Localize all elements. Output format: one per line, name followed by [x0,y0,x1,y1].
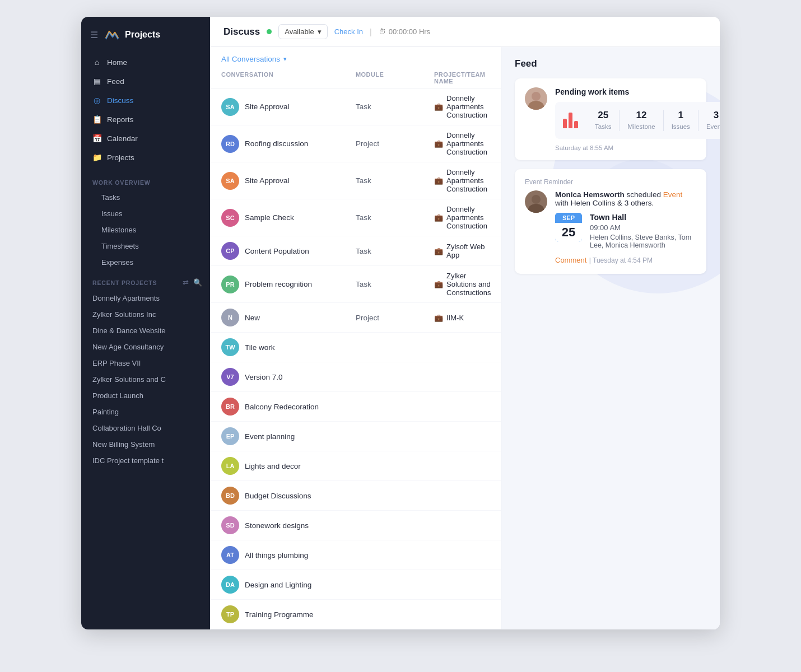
table-row[interactable]: TPTraining Programme [210,600,501,629]
conv-project: 💼Donnelly Apartments Construction [434,168,490,193]
filter-icon[interactable]: ⇄ [183,278,189,287]
sidebar-item-discuss[interactable]: ◎ Discuss [81,91,210,110]
event-message: Monica Hemsworth scheduled Event with He… [555,190,696,207]
conv-avatar: CP [221,242,239,260]
sidebar-project-item[interactable]: Collaboration Hall Co [81,420,210,436]
table-row[interactable]: SDStonework designs [210,511,501,540]
table-row[interactable]: RDRoofing discussionProject💼Donnelly Apa… [210,125,501,162]
timer-display: ⏱ 00:00:00 Hrs [379,27,430,36]
sidebar-project-item[interactable]: New Age Consultancy [81,339,210,355]
table-row[interactable]: PRProblem recognitionTask💼Zylker Solutio… [210,266,501,303]
sidebar-project-item[interactable]: ERP Phase VII [81,355,210,371]
conv-module: Task [356,213,434,222]
sidebar-project-item[interactable]: Product Launch [81,388,210,404]
app-logo [104,27,119,43]
table-row[interactable]: LALights and decor [210,451,501,481]
conv-module: Task [356,102,434,111]
sidebar-project-item[interactable]: Dine & Dance Website [81,323,210,339]
conv-avatar: RD [221,135,239,153]
table-row[interactable]: CPContent PopulationTask💼Zylsoft Web App [210,236,501,266]
conv-avatar: DA [221,576,239,594]
work-stat: 1Issues [664,110,698,131]
conv-avatar: PR [221,276,239,293]
event-text2: with Helen Collins & 3 others. [555,199,654,207]
sidebar-project-item[interactable]: Painting [81,404,210,420]
bar-1 [563,119,567,128]
sidebar-nav-label: Home [107,58,127,67]
table-row[interactable]: EPEvent planning [210,422,501,451]
status-dot [267,29,272,34]
work-stat-label: Tasks [595,123,611,130]
checkin-button[interactable]: Check In [334,27,363,36]
hamburger-icon[interactable]: ☰ [90,30,98,40]
sidebar-item-reports[interactable]: 📋 Reports [81,110,210,129]
feed-panel-inner: Feed Pending work items [515,58,706,283]
sidebar-nav-label: Discuss [107,96,133,105]
bar-2 [569,113,572,128]
table-row[interactable]: BRBalcony Redecoration [210,392,501,422]
conv-name-cell: EPEvent planning [221,427,356,445]
table-row[interactable]: SASite ApprovalTask💼Donnelly Apartments … [210,162,501,199]
conv-name-cell: NNew [221,309,356,326]
sidebar-project-item[interactable]: New Billing System [81,436,210,452]
sidebar-item-calendar[interactable]: 📅 Calendar [81,129,210,148]
sidebar-project-item[interactable]: Donnelly Apartments [81,290,210,306]
event-person: Monica Hemsworth [555,190,625,199]
sidebar-project-item[interactable]: IDC Project template t [81,452,210,469]
conv-avatar: TW [221,338,239,356]
conv-avatar: EP [221,427,239,445]
comment-link[interactable]: Comment [555,256,586,264]
sidebar-item-feed[interactable]: ▤ Feed [81,72,210,91]
conversations-filter[interactable]: All Conversations ▾ [210,47,501,68]
projects-icon: 📁 [92,153,101,162]
table-row[interactable]: NNewProject💼IIM-K [210,303,501,333]
feed-title: Feed [515,58,706,69]
table-row[interactable]: ATAll things plumbing [210,540,501,570]
event-month: Sep [555,213,582,223]
svg-point-1 [532,92,541,101]
conv-name-cell: SCSample Check [221,209,356,227]
conv-avatar: BD [221,487,239,505]
work-stat-label: Issues [672,123,690,130]
sidebar-item-home[interactable]: ⌂ Home [81,53,210,72]
table-row[interactable]: SASite ApprovalTask💼Donnelly Apartments … [210,88,501,125]
sidebar-project-item[interactable]: Zylker Solutions and C [81,371,210,388]
work-stat: 3Events [698,110,720,131]
work-stat: 12Milestone [620,110,663,131]
sidebar-header: ☰ Projects [81,17,210,50]
conv-name-cell: BDBudget Discussions [221,487,356,505]
briefcase-icon: 💼 [434,314,443,322]
sidebar-sub-milestones[interactable]: Milestones [81,222,210,238]
conv-name: Content Population [245,247,309,255]
sidebar-project-item[interactable]: Zylker Solutions Inc [81,306,210,323]
sidebar-projects-list: Donnelly ApartmentsZylker Solutions IncD… [81,290,210,469]
table-row[interactable]: V7Version 7.0 [210,362,501,392]
table-row[interactable]: SCSample CheckTask💼Donnelly Apartments C… [210,199,501,236]
sidebar-item-projects[interactable]: 📁 Projects [81,148,210,167]
conv-name-cell: ATAll things plumbing [221,546,356,564]
conv-avatar: SA [221,172,239,190]
dropdown-chevron-icon: ▾ [318,27,322,36]
sidebar-nav-label: Feed [107,77,124,86]
conv-avatar: LA [221,457,239,475]
sidebar-sub-timesheets[interactable]: Timesheets [81,238,210,254]
conv-module: Task [356,247,434,255]
table-row[interactable]: DADesign and Lighting [210,570,501,600]
table-row[interactable]: BDBudget Discussions [210,481,501,511]
body-area: All Conversations ▾ CONVERSATION MODULE … [210,47,720,629]
table-row[interactable]: TWTile work [210,333,501,362]
conversations-panel: All Conversations ▾ CONVERSATION MODULE … [210,47,501,629]
work-stat-label: Milestone [627,123,655,130]
conv-name-cell: LALights and decor [221,457,356,475]
filter-label[interactable]: All Conversations [221,55,280,63]
search-icon[interactable]: 🔍 [193,278,202,287]
header-conversation: CONVERSATION [221,71,356,85]
recent-projects-actions: ⇄ 🔍 [183,278,202,287]
sidebar-sub-expenses[interactable]: Expenses [81,254,210,270]
sidebar-sub-issues[interactable]: Issues [81,206,210,222]
feed-avatar-2 [525,190,547,213]
sidebar-sub-tasks[interactable]: Tasks [81,189,210,206]
status-dropdown[interactable]: Available ▾ [278,24,328,39]
conv-name-cell: SASite Approval [221,98,356,116]
svg-point-4 [532,195,541,204]
